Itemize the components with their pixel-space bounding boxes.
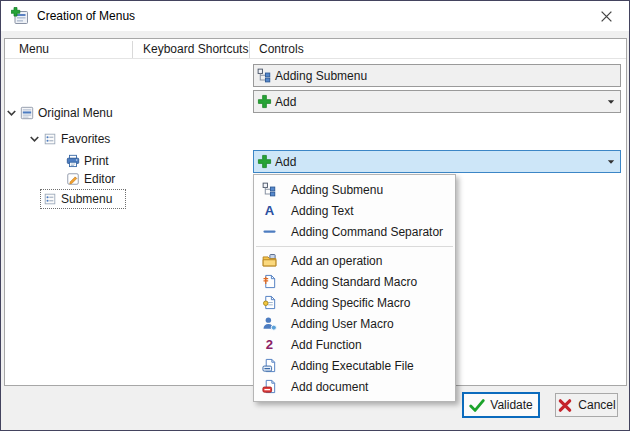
menu-item-adding-command-separator[interactable]: Adding Command Separator [254, 221, 455, 242]
control-label: Add [275, 95, 296, 109]
menu-separator [256, 246, 453, 247]
window-title: Creation of Menus [37, 9, 135, 23]
menu-item-adding-specific-macro[interactable]: Adding Specific Macro [254, 292, 455, 313]
table-header: Menu Keyboard Shortcuts Controls [5, 39, 626, 59]
document-icon [262, 379, 277, 394]
app-menu-plus-icon [11, 7, 29, 25]
check-icon [469, 398, 485, 413]
tree-item-label: Submenu [61, 192, 112, 206]
function-icon: 2 [262, 337, 277, 352]
creation-of-menus-dialog: Creation of Menus Menu Keyboard Shortcut… [0, 0, 630, 431]
operation-icon [262, 253, 277, 268]
submenu-icon [43, 192, 57, 206]
standard-macro-icon [262, 274, 277, 289]
column-header-controls: Controls [259, 42, 304, 56]
menu-item-label: Adding Standard Macro [291, 275, 417, 289]
orgchart-icon [257, 68, 272, 83]
menu-item-adding-submenu[interactable]: Adding Submenu [254, 179, 455, 200]
menu-item-adding-standard-macro[interactable]: Adding Standard Macro [254, 271, 455, 292]
printer-icon [66, 154, 80, 168]
validate-button-label: Validate [490, 398, 532, 412]
submenu-icon [43, 132, 57, 146]
menu-item-label: Add an operation [291, 254, 382, 268]
add-icon [257, 94, 272, 109]
menu-item-adding-executable-file[interactable]: Adding Executable File [254, 355, 455, 376]
add-icon [257, 154, 272, 169]
menu-item-add-document[interactable]: Add document [254, 376, 455, 397]
menu-icon [20, 106, 34, 120]
tree-item-content: Favorites [40, 129, 115, 149]
menu-item-label: Add Function [291, 338, 362, 352]
tree-item-label: Original Menu [38, 106, 113, 120]
menu-item-add-an-operation[interactable]: Add an operation [254, 250, 455, 271]
column-separator [249, 41, 250, 58]
menu-item-label: Adding Specific Macro [291, 296, 410, 310]
tree-item-favorites[interactable]: Favorites [29, 128, 115, 150]
close-button[interactable] [591, 4, 621, 28]
cross-icon [557, 398, 573, 413]
chevron-down-icon[interactable] [6, 105, 17, 121]
menu-item-label: Adding User Macro [291, 317, 394, 331]
menu-item-add-function[interactable]: 2Add Function [254, 334, 455, 355]
svg-text:2: 2 [266, 337, 273, 352]
menu-item-label: Add document [291, 380, 368, 394]
specific-macro-icon [262, 295, 277, 310]
add-dropdown-menu: Adding SubmenuAAdding TextAdding Command… [253, 174, 456, 402]
menu-item-label: Adding Executable File [291, 359, 414, 373]
control-label: Adding Submenu [275, 69, 367, 83]
text-icon: A [262, 203, 277, 218]
menu-item-adding-text[interactable]: AAdding Text [254, 200, 455, 221]
control-label: Add [275, 155, 296, 169]
tree-item-editor[interactable]: Editor [52, 168, 120, 190]
user-macro-icon [262, 316, 277, 331]
add-combo-add-row1[interactable]: Add [253, 90, 621, 113]
tree-selection-box: Submenu [40, 189, 126, 209]
orgchart-icon [262, 182, 277, 197]
menu-item-label: Adding Text [291, 204, 354, 218]
menu-item-label: Adding Submenu [291, 183, 383, 197]
separator-icon [262, 224, 277, 239]
combo-arrow-icon [607, 98, 615, 106]
titlebar: Creation of Menus [1, 1, 629, 31]
column-header-menu: Menu [19, 42, 49, 56]
chevron-slot-empty [52, 153, 63, 169]
editor-icon [66, 172, 80, 186]
combo-arrow-icon [607, 158, 615, 166]
tree-item-content: Editor [63, 169, 120, 189]
tree-item-original-menu[interactable]: Original Menu [6, 102, 118, 124]
column-header-keyboard-shortcuts: Keyboard Shortcuts [143, 42, 248, 56]
cancel-button[interactable]: Cancel [555, 393, 618, 417]
chevron-slot-empty [29, 191, 40, 207]
chevron-slot-empty [52, 171, 63, 187]
tree-item-submenu[interactable]: Submenu [29, 188, 126, 210]
column-separator [132, 41, 133, 58]
add-combo-add-row4[interactable]: Add [253, 150, 621, 173]
tree-item-label: Print [84, 154, 109, 168]
control-button-adding-submenu-row0[interactable]: Adding Submenu [253, 64, 621, 87]
svg-text:A: A [265, 203, 275, 218]
cancel-button-label: Cancel [578, 398, 615, 412]
chevron-down-icon[interactable] [29, 131, 40, 147]
tree-item-content: Original Menu [17, 103, 118, 123]
tree-item-label: Favorites [61, 132, 110, 146]
close-icon [600, 10, 613, 23]
menu-item-adding-user-macro[interactable]: Adding User Macro [254, 313, 455, 334]
executable-icon [262, 358, 277, 373]
tree-item-label: Editor [84, 172, 115, 186]
menu-item-label: Adding Command Separator [291, 225, 443, 239]
validate-button[interactable]: Validate [462, 392, 540, 418]
